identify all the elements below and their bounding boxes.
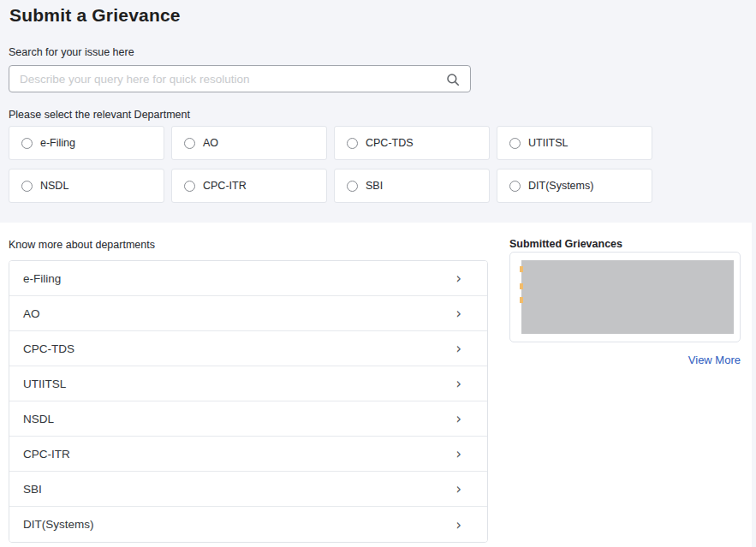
department-accordion-list: e-Filing › AO › CPC-TDS › UTIITSL › NSDL… (9, 260, 488, 543)
chevron-right-icon[interactable]: › (456, 481, 461, 496)
list-item-cpc-tds[interactable]: CPC-TDS › (9, 331, 487, 366)
radio-label: SBI (366, 180, 383, 192)
chevron-right-icon[interactable]: › (456, 517, 461, 532)
know-more-label: Know more about departments (9, 239, 155, 251)
list-item-e-filing[interactable]: e-Filing › (9, 261, 487, 296)
list-item-label: e-Filing (23, 272, 61, 285)
submit-grievance-page: Submit a Grievance Search for your issue… (0, 0, 756, 547)
list-item-label: NSDL (23, 413, 54, 425)
redacted-content-block (521, 260, 734, 334)
redacted-highlight (520, 266, 523, 272)
redacted-highlight (520, 283, 523, 289)
list-item-label: DIT(Systems) (23, 518, 94, 531)
chevron-right-icon[interactable]: › (456, 446, 461, 461)
list-item-label: CPC-ITR (23, 448, 70, 461)
radio-icon[interactable] (347, 181, 358, 192)
radio-icon[interactable] (21, 181, 33, 192)
redacted-highlight (520, 297, 523, 303)
list-item-label: UTIITSL (23, 378, 66, 390)
search-icon[interactable] (445, 72, 461, 87)
department-option-sbi[interactable]: SBI (334, 169, 490, 203)
search-input[interactable] (9, 66, 470, 92)
department-radio-group: e-Filing AO CPC-TDS UTIITSL NSDL CPC-ITR… (9, 126, 652, 203)
radio-label: DIT(Systems) (528, 180, 593, 192)
radio-icon[interactable] (347, 138, 358, 149)
radio-label: CPC-TDS (366, 137, 414, 149)
lower-panel: Know more about departments e-Filing › A… (0, 223, 752, 547)
list-item-label: SBI (23, 483, 42, 496)
chevron-right-icon[interactable]: › (456, 376, 461, 391)
chevron-right-icon[interactable]: › (456, 306, 461, 321)
department-option-cpc-tds[interactable]: CPC-TDS (334, 126, 490, 160)
radio-label: AO (203, 137, 218, 149)
radio-label: NSDL (40, 180, 68, 192)
page-title: Submit a Grievance (9, 5, 181, 26)
list-item-utiitsl[interactable]: UTIITSL › (9, 366, 487, 401)
radio-icon[interactable] (184, 181, 195, 192)
chevron-right-icon[interactable]: › (456, 341, 461, 356)
list-item-dit-systems[interactable]: DIT(Systems) › (9, 507, 487, 542)
department-option-utiitsl[interactable]: UTIITSL (497, 126, 652, 160)
radio-label: UTIITSL (528, 137, 568, 149)
list-item-ao[interactable]: AO › (9, 296, 487, 331)
list-item-label: CPC-TDS (23, 342, 74, 355)
chevron-right-icon[interactable]: › (456, 271, 461, 286)
chevron-right-icon[interactable]: › (456, 411, 461, 426)
department-option-cpc-itr[interactable]: CPC-ITR (171, 169, 327, 203)
list-item-label: AO (23, 307, 40, 320)
radio-label: e-Filing (40, 137, 75, 149)
department-option-e-filing[interactable]: e-Filing (9, 126, 164, 160)
radio-icon[interactable] (509, 181, 521, 192)
list-item-cpc-itr[interactable]: CPC-ITR › (9, 437, 487, 472)
view-more-link[interactable]: View More (509, 354, 741, 366)
search-label: Search for your issue here (9, 46, 134, 58)
radio-icon[interactable] (184, 138, 195, 149)
list-item-nsdl[interactable]: NSDL › (9, 401, 487, 437)
radio-label: CPC-ITR (203, 180, 247, 192)
submitted-grievances-card (509, 252, 741, 342)
department-option-nsdl[interactable]: NSDL (9, 169, 164, 203)
department-label: Please select the relevant Department (9, 109, 190, 121)
radio-icon[interactable] (509, 138, 521, 149)
submitted-grievances-heading: Submitted Grievances (509, 238, 622, 250)
department-option-ao[interactable]: AO (171, 126, 327, 160)
list-item-sbi[interactable]: SBI › (9, 472, 487, 507)
radio-icon[interactable] (21, 138, 33, 149)
search-box[interactable] (9, 65, 471, 92)
department-option-dit-systems[interactable]: DIT(Systems) (497, 169, 652, 203)
